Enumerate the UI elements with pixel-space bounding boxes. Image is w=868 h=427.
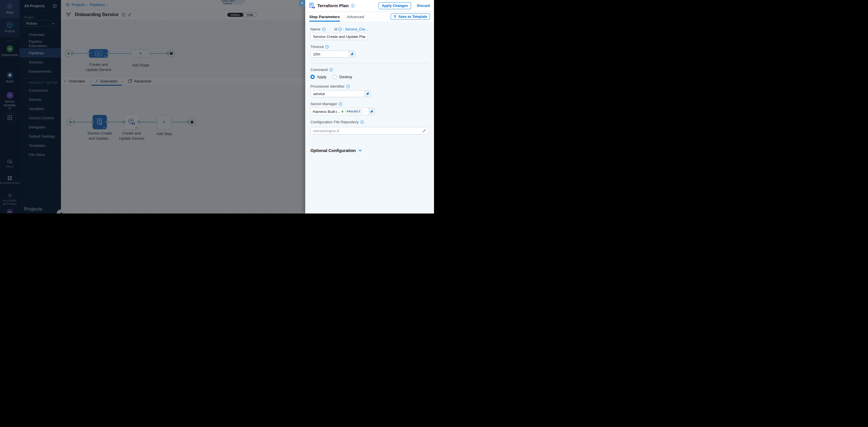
- fixed-value-pin-button[interactable]: [369, 108, 375, 115]
- info-icon: i: [361, 121, 364, 124]
- info-icon: i: [330, 68, 333, 71]
- config-file-repository-label: Configuration File Repository i: [310, 120, 429, 124]
- pin-icon: [370, 110, 373, 113]
- secret-manager-label: Secret Manager i: [310, 102, 429, 106]
- close-drawer-button[interactable]: ✕: [299, 0, 305, 6]
- command-label: Command i: [310, 68, 429, 72]
- command-radio-group: Apply Destroy: [310, 75, 429, 79]
- radio-destroy[interactable]: [333, 75, 337, 79]
- app-screen: Home Projects ∞ Deployments Builds ✓ Ser…: [0, 0, 434, 214]
- id-label: Id: [334, 27, 337, 31]
- pin-icon: [350, 52, 354, 56]
- upload-icon: [394, 15, 397, 19]
- info-icon: i: [351, 4, 354, 7]
- pin-icon: [366, 92, 369, 95]
- optional-configuration-toggle[interactable]: Optional Configuration: [310, 148, 429, 153]
- step-id: Id i : Service_Cre...: [334, 27, 368, 31]
- discard-button[interactable]: Discard: [417, 4, 430, 8]
- apply-changes-button[interactable]: Apply Changes: [378, 2, 411, 9]
- fixed-value-pin-button[interactable]: [349, 51, 355, 58]
- chevron-down-icon: [365, 111, 367, 112]
- step-parameters-form: Name i Id i : Service_Cre... Timeout i: [305, 22, 434, 214]
- close-icon: ✕: [301, 1, 303, 5]
- timeout-input[interactable]: [310, 51, 349, 58]
- step-id-value[interactable]: Service_Cre...: [345, 27, 368, 31]
- divider: [310, 63, 429, 64]
- save-as-template-button[interactable]: Save as Template: [391, 13, 430, 20]
- chevron-down-icon: [359, 150, 362, 152]
- radio-destroy-label[interactable]: Destroy: [339, 75, 352, 79]
- scope-badge: PROJECT: [345, 109, 363, 114]
- drawer-header: Terraform Plan i Apply Changes Discard: [305, 0, 434, 12]
- provisioner-identifier-input[interactable]: [310, 90, 365, 97]
- config-file-repository-input[interactable]: [310, 127, 429, 134]
- drawer-tabs: Step Parameters Advanced Save as Templat…: [305, 12, 434, 22]
- tab-step-parameters[interactable]: Step Parameters: [309, 12, 340, 22]
- info-icon: i: [322, 28, 326, 31]
- edit-pencil-icon[interactable]: [422, 129, 426, 133]
- tab-advanced[interactable]: Advanced: [347, 12, 364, 22]
- name-label: Name i: [310, 27, 326, 31]
- info-icon: i: [326, 45, 329, 48]
- terraform-plan-icon: [309, 3, 315, 9]
- timeout-label: Timeout i: [310, 44, 429, 49]
- info-icon: i: [346, 85, 350, 88]
- info-icon: i: [339, 102, 342, 106]
- secret-manager-select[interactable]: Harness Built-i... PROJECT: [310, 108, 369, 115]
- step-config-drawer: ✕ Terraform Plan i Apply Changes Discard…: [305, 0, 434, 214]
- info-icon: i: [338, 28, 342, 31]
- provisioner-identifier-label: Provisioner Identifier i: [310, 84, 429, 89]
- name-input[interactable]: [310, 33, 368, 40]
- fixed-value-pin-button[interactable]: [365, 90, 371, 97]
- drawer-title: Terraform Plan: [317, 3, 349, 8]
- secret-manager-value: Harness Built-i...: [313, 109, 340, 114]
- status-dot-icon: [342, 111, 343, 112]
- radio-apply-label[interactable]: Apply: [317, 75, 327, 79]
- radio-apply[interactable]: [310, 75, 315, 79]
